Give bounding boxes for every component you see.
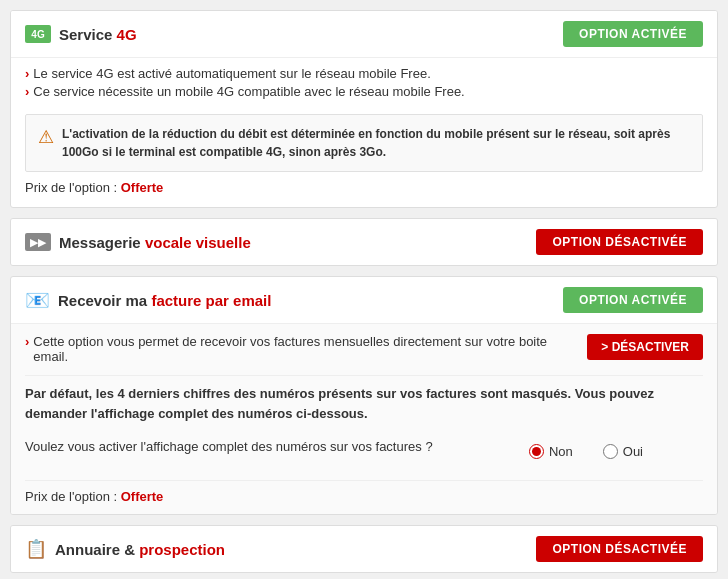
card-4g-title: Service 4G (59, 26, 137, 43)
card-messagerie-title-highlight: vocale visuelle (145, 234, 251, 251)
radio-options: Non Oui (529, 444, 703, 459)
card-4g: 4G Service 4G OPTION ACTIVÉE › Le servic… (10, 10, 718, 208)
card-4g-status-button[interactable]: OPTION ACTIVÉE (563, 21, 703, 47)
facture-radio-section: Voulez vous activer l'affichage complet … (25, 429, 703, 472)
facture-desc-row: › Cette option vous permet de recevoir v… (25, 334, 703, 367)
facture-description-item: › Cette option vous permet de recevoir v… (25, 334, 575, 364)
bullet-text-1: Le service 4G est activé automatiquement… (33, 66, 430, 81)
card-4g-title-highlight: 4G (117, 26, 137, 43)
radio-oui-label: Oui (623, 444, 643, 459)
card-facture-header: 📧 Recevoir ma facture par email OPTION A… (11, 277, 717, 323)
annuaire-icon: 📋 (25, 538, 47, 560)
facture-bullet-arrow: › (25, 334, 29, 349)
facture-price-value: Offerte (121, 489, 164, 504)
radio-option-non[interactable]: Non (529, 444, 573, 459)
warning-icon: ⚠ (38, 126, 54, 148)
card-facture-title: Recevoir ma facture par email (58, 292, 271, 309)
radio-non-label: Non (549, 444, 573, 459)
card-4g-header: 4G Service 4G OPTION ACTIVÉE (11, 11, 717, 57)
card-facture-header-left: 📧 Recevoir ma facture par email (25, 288, 271, 312)
bullet-arrow-2: › (25, 84, 29, 99)
card-annuaire-header: 📋 Annuaire & prospection OPTION DÉSACTIV… (11, 526, 717, 572)
email-icon: 📧 (25, 288, 50, 312)
card-facture: 📧 Recevoir ma facture par email OPTION A… (10, 276, 718, 515)
card-messagerie-title: Messagerie vocale visuelle (59, 234, 251, 251)
radio-question: Voulez vous activer l'affichage complet … (25, 439, 433, 454)
card-facture-status-button[interactable]: OPTION ACTIVÉE (563, 287, 703, 313)
card-messagerie-header-left: ▶▶ Messagerie vocale visuelle (25, 233, 251, 251)
card-4g-header-left: 4G Service 4G (25, 25, 137, 43)
card-annuaire-header-left: 📋 Annuaire & prospection (25, 538, 225, 560)
card-messagerie: ▶▶ Messagerie vocale visuelle OPTION DÉS… (10, 218, 718, 266)
radio-row: Voulez vous activer l'affichage complet … (25, 439, 703, 464)
facture-description: Cette option vous permet de recevoir vos… (33, 334, 575, 364)
bullet-item-1: › Le service 4G est activé automatiqueme… (25, 66, 703, 81)
price-label: Prix de l'option : (25, 180, 117, 195)
card-4g-price: Prix de l'option : Offerte (25, 180, 703, 195)
card-4g-body: › Le service 4G est activé automatiqueme… (11, 57, 717, 207)
radio-oui-input[interactable] (603, 444, 618, 459)
facture-price-label: Prix de l'option : (25, 489, 117, 504)
radio-option-oui[interactable]: Oui (603, 444, 643, 459)
bullet-arrow-1: › (25, 66, 29, 81)
card-messagerie-header: ▶▶ Messagerie vocale visuelle OPTION DÉS… (11, 219, 717, 265)
card-4g-bullets: › Le service 4G est activé automatiqueme… (25, 58, 703, 106)
price-value: Offerte (121, 180, 164, 195)
bullet-text-2: Ce service nécessite un mobile 4G compat… (33, 84, 464, 99)
facture-divider-2 (25, 480, 703, 481)
facture-deactivate-button[interactable]: > DÉSACTIVER (587, 334, 703, 360)
card-annuaire-title-highlight: prospection (139, 541, 225, 558)
card-4g-alert: ⚠ L'activation de la réduction du débit … (25, 114, 703, 172)
card-annuaire-title: Annuaire & prospection (55, 541, 225, 558)
voicemail-icon: ▶▶ (25, 233, 51, 251)
card-facture-title-highlight: facture par email (151, 292, 271, 309)
radio-non-input[interactable] (529, 444, 544, 459)
card-facture-actions: OPTION ACTIVÉE (563, 287, 703, 313)
4g-icon: 4G (25, 25, 51, 43)
facture-divider (25, 375, 703, 376)
bullet-item-2: › Ce service nécessite un mobile 4G comp… (25, 84, 703, 99)
card-messagerie-status-button[interactable]: OPTION DÉSACTIVÉE (536, 229, 703, 255)
card-facture-body: › Cette option vous permet de recevoir v… (11, 323, 717, 514)
alert-text: L'activation de la réduction du débit es… (62, 125, 690, 161)
facture-sub-description: Par défaut, les 4 derniers chiffres des … (25, 384, 703, 423)
facture-price: Prix de l'option : Offerte (25, 489, 703, 504)
alert-text-content: L'activation de la réduction du débit es… (62, 127, 670, 159)
card-annuaire-status-button[interactable]: OPTION DÉSACTIVÉE (536, 536, 703, 562)
card-annuaire: 📋 Annuaire & prospection OPTION DÉSACTIV… (10, 525, 718, 573)
